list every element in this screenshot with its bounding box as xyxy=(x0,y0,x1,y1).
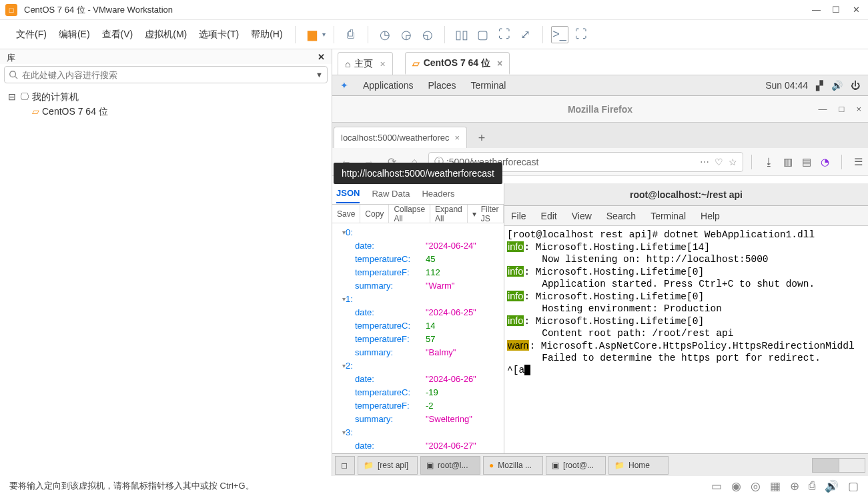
term-menu-file[interactable]: File xyxy=(511,211,526,221)
taskbar-item[interactable]: ●Mozilla ... xyxy=(483,456,543,475)
maximize-button[interactable]: ☐ xyxy=(832,5,840,15)
tree-root[interactable]: ⊟🖵 我的计算机 xyxy=(7,89,325,104)
close-icon[interactable]: × xyxy=(454,133,460,143)
panel-terminal[interactable]: Terminal xyxy=(471,80,506,91)
sound-icon[interactable]: 🔊 xyxy=(831,80,843,91)
term-menu-terminal[interactable]: Terminal xyxy=(650,211,686,221)
menu-help[interactable]: 帮助(H) xyxy=(247,26,286,43)
tool-revert-icon[interactable]: ◶ xyxy=(398,26,415,43)
status-printer-icon[interactable]: ⎙ xyxy=(809,479,815,493)
json-row[interactable]: date:"2024-06-27" xyxy=(334,439,502,453)
btn-expand[interactable]: Expand All xyxy=(430,205,468,223)
power-icon[interactable]: ⏻ xyxy=(851,80,860,91)
tool-send-icon[interactable]: ⎙ xyxy=(342,26,360,43)
json-row[interactable]: ▾ 0: xyxy=(334,226,502,239)
tab-json[interactable]: JSON xyxy=(336,184,360,203)
activities-icon[interactable]: ✦ xyxy=(340,80,348,91)
firefox-tabbar: localhost:5000/weatherforec × + xyxy=(332,123,868,148)
menu-icon[interactable]: ☰ xyxy=(854,156,863,168)
layout-4-icon[interactable]: ⤢ xyxy=(517,26,534,43)
status-sound-icon[interactable]: 🔊 xyxy=(825,479,839,493)
json-row[interactable]: summary:"Warm" xyxy=(334,279,502,293)
menu-file[interactable]: 文件(F) xyxy=(12,26,51,43)
status-net-icon[interactable]: ▦ xyxy=(770,479,781,493)
new-tab-button[interactable]: + xyxy=(471,128,492,148)
sidebar-icon[interactable]: ▤ xyxy=(802,156,811,168)
json-row[interactable]: date:"2024-06-26" xyxy=(334,373,502,386)
json-row[interactable]: summary:"Sweltering" xyxy=(334,413,502,426)
taskbar-show-desktop[interactable]: ◻ xyxy=(335,456,355,475)
menu-view[interactable]: 查看(V) xyxy=(98,26,137,43)
tree-item-centos[interactable]: ▱ CentOS 7 64 位 xyxy=(32,104,325,119)
status-usb-icon[interactable]: ⊕ xyxy=(790,479,799,493)
workspace-1[interactable] xyxy=(813,459,839,472)
term-menu-view[interactable]: View xyxy=(572,211,592,221)
btn-copy[interactable]: Copy xyxy=(360,205,389,223)
close-button[interactable]: ✕ xyxy=(852,5,860,15)
layout-3-icon[interactable]: ⛶ xyxy=(496,26,513,43)
search-dropdown-icon[interactable]: ▼ xyxy=(316,71,323,79)
panel-apps[interactable]: Applications xyxy=(363,80,414,91)
panel-clock[interactable]: Sun 04:44 xyxy=(765,80,808,91)
status-disk-icon[interactable]: ◉ xyxy=(731,479,741,493)
menu-vm[interactable]: 虚拟机(M) xyxy=(141,26,191,43)
panel-places[interactable]: Places xyxy=(428,80,456,91)
json-row[interactable]: ▾ 2: xyxy=(334,359,502,373)
term-menu-help[interactable]: Help xyxy=(701,211,720,221)
json-row[interactable]: date:"2024-06-24" xyxy=(334,239,502,253)
terminal-body[interactable]: [root@localhost rest api]# dotnet WebApp… xyxy=(504,226,868,379)
pause-icon[interactable]: ▮▮ xyxy=(304,27,318,43)
tool-snapshot-icon[interactable]: ◷ xyxy=(376,26,394,43)
tab-headers[interactable]: Headers xyxy=(422,185,454,203)
ff-close-icon[interactable]: × xyxy=(856,104,861,114)
downloads-icon[interactable]: ⭳ xyxy=(764,156,774,167)
json-row[interactable]: temperatureC:45 xyxy=(334,253,502,266)
layout-1-icon[interactable]: ▯▯ xyxy=(453,26,470,43)
json-row[interactable]: summary:"Balmy" xyxy=(334,346,502,359)
json-row[interactable]: date:"2024-06-25" xyxy=(334,306,502,319)
taskbar-item[interactable]: 📁[rest api] xyxy=(358,456,418,475)
status-cd-icon[interactable]: ◎ xyxy=(751,479,761,493)
term-menu-edit[interactable]: Edit xyxy=(541,211,557,221)
json-row[interactable]: temperatureC:-19 xyxy=(334,386,502,399)
minimize-button[interactable]: — xyxy=(812,5,820,15)
firefox-tab[interactable]: localhost:5000/weatherforec × xyxy=(334,127,467,148)
network-icon[interactable]: ▞ xyxy=(816,80,823,91)
ff-maximize-icon[interactable]: □ xyxy=(839,104,845,114)
tab-raw[interactable]: Raw Data xyxy=(372,185,410,203)
tab-centos[interactable]: ▱ CentOS 7 64 位 × xyxy=(405,52,510,75)
library-close-icon[interactable]: ✕ xyxy=(318,52,325,63)
close-icon[interactable]: × xyxy=(497,58,502,69)
fullscreen-icon[interactable]: ⛶ xyxy=(572,26,590,43)
search-input[interactable] xyxy=(22,70,316,80)
tab-home[interactable]: ⌂ 主页 × xyxy=(338,52,393,75)
status-device-icon[interactable]: ▭ xyxy=(711,479,722,493)
terminal-title: root@localhost:~/rest api xyxy=(504,183,868,206)
taskbar-item[interactable]: ▣root@l... xyxy=(420,456,480,475)
workspace-2[interactable] xyxy=(839,459,865,472)
term-menu-search[interactable]: Search xyxy=(606,211,636,221)
taskbar-item[interactable]: ▣[root@... xyxy=(546,456,606,475)
ff-minimize-icon[interactable]: — xyxy=(819,104,827,114)
menu-tabs[interactable]: 选项卡(T) xyxy=(195,26,243,43)
library-search[interactable]: ▼ xyxy=(4,66,328,83)
window-titlebar: □ CentOS 7 64 位 - VMware Workstation — ☐… xyxy=(0,0,868,20)
json-viewer-tabs: JSON Raw Data Headers xyxy=(332,183,504,205)
library-icon[interactable]: ▥ xyxy=(783,156,793,168)
json-row[interactable]: ▾ 3: xyxy=(334,426,502,439)
json-row[interactable]: ▾ 1: xyxy=(334,293,502,306)
json-row[interactable]: temperatureF:57 xyxy=(334,333,502,346)
btn-collapse[interactable]: Collapse All xyxy=(389,205,430,223)
btn-save[interactable]: Save xyxy=(332,205,360,223)
taskbar-item[interactable]: 📁Home xyxy=(608,456,669,475)
menu-edit[interactable]: 编辑(E) xyxy=(55,26,94,43)
status-display-icon[interactable]: ▢ xyxy=(848,479,859,493)
close-icon[interactable]: × xyxy=(380,59,385,69)
console-icon[interactable]: >_ xyxy=(551,26,568,43)
layout-2-icon[interactable]: ▢ xyxy=(474,26,492,43)
tool-manage-icon[interactable]: ◵ xyxy=(419,26,436,43)
json-row[interactable]: temperatureF:-2 xyxy=(334,399,502,413)
extensions-icon[interactable]: ◔ xyxy=(821,156,829,168)
json-row[interactable]: temperatureF:112 xyxy=(334,266,502,279)
json-row[interactable]: temperatureC:14 xyxy=(334,319,502,333)
